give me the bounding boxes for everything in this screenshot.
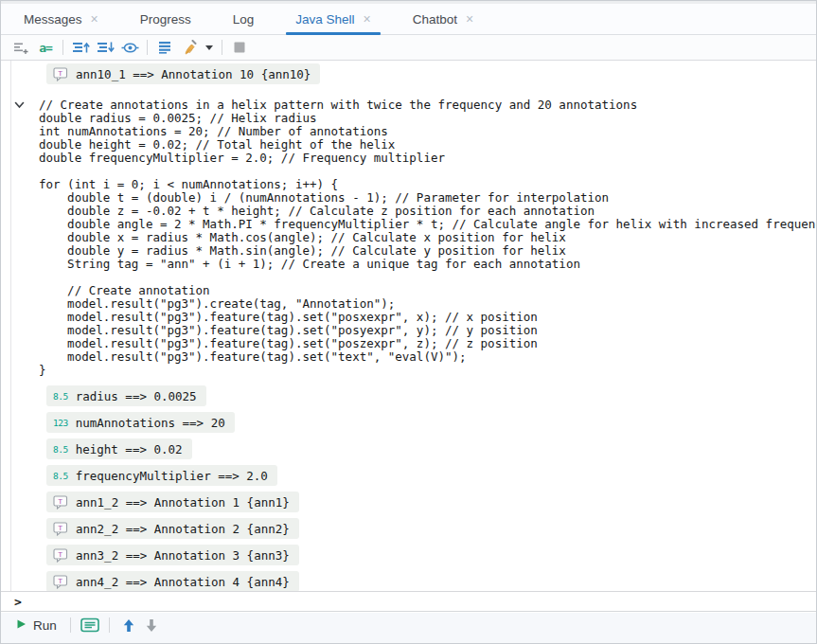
tab-log[interactable]: Log: [222, 4, 266, 34]
result-text: radius ==> 0.0025: [76, 389, 197, 403]
result-text: ann1_2 ==> Annotation 1 {ann1}: [76, 495, 290, 510]
result-chip: Tann1_2 ==> Annotation 1 {ann1}: [46, 492, 299, 512]
footer-separator: [70, 617, 71, 633]
double-type-icon: 8.5: [53, 444, 68, 455]
run-button-label: Run: [33, 618, 57, 633]
annotation-icon: T: [53, 67, 68, 81]
code-line: // Create annotation: [39, 284, 816, 297]
move-up-list-icon[interactable]: [70, 38, 91, 57]
chevron-down-icon[interactable]: [14, 100, 26, 110]
result-text: ann3_2 ==> Annotation 3 {ann3}: [76, 548, 290, 563]
annotation-icon: T: [53, 575, 68, 589]
svg-text:T: T: [58, 496, 62, 505]
tab-label: Progress: [140, 12, 191, 27]
shell-input-row[interactable]: >: [1, 591, 816, 612]
tab-chatbot[interactable]: Chatbot×: [401, 4, 485, 34]
result-row: 123numAnnotations ==> 20: [1, 412, 816, 438]
result-chip: 8.5frequencyMultiplier ==> 2.0: [46, 465, 277, 486]
move-down-list-icon[interactable]: [95, 38, 115, 57]
annotation-icon: T: [53, 495, 68, 510]
clear-broom-icon[interactable]: [179, 38, 200, 57]
svg-text:T: T: [58, 523, 62, 531]
insert-output-icon[interactable]: [10, 38, 31, 57]
result-text: frequencyMultiplier ==> 2.0: [76, 469, 268, 483]
dropdown-arrow-icon[interactable]: [204, 38, 215, 57]
select-lines-icon[interactable]: [154, 38, 175, 57]
code-line: model.result("pg3").feature(tag).set("po…: [39, 311, 816, 324]
code-line: model.result("pg3").feature(tag).set("po…: [39, 324, 816, 337]
result-chip: Tann10_1 ==> Annotation 10 {ann10}: [46, 63, 320, 84]
close-icon[interactable]: ×: [364, 12, 371, 26]
run-bar: Run: [1, 613, 816, 643]
code-line: model.result("pg3").feature(tag).set("te…: [39, 350, 816, 364]
result-row: Tann10_1 ==> Annotation 10 {ann10}: [1, 63, 816, 90]
result-text: ann4_2 ==> Annotation 4 {ann4}: [76, 575, 290, 589]
result-text: height ==> 0.02: [76, 442, 183, 456]
result-row: 8.5height ==> 0.02: [1, 438, 816, 465]
tab-progress[interactable]: Progress: [129, 4, 203, 34]
result-row: 8.5radius ==> 0.0025: [1, 385, 816, 412]
tab-java-shell[interactable]: Java Shell×: [284, 4, 382, 34]
toolbar-group: [229, 38, 254, 57]
svg-text:T: T: [58, 549, 62, 558]
tab-messages[interactable]: Messages×: [12, 4, 110, 34]
result-chip: Tann2_2 ==> Annotation 2 {ann2}: [46, 518, 299, 539]
shell-toolbar: a=: [1, 35, 816, 61]
assign-variables-icon[interactable]: a=: [35, 38, 56, 57]
run-play-icon: [16, 617, 27, 634]
result-row: Tann2_2 ==> Annotation 2 {ann2}: [1, 518, 816, 545]
shell-input[interactable]: [29, 592, 816, 611]
double-type-icon: 8.5: [53, 471, 68, 481]
code-line: int numAnnotations = 20; // Number of an…: [39, 125, 816, 138]
code-line: double t = (double) i / (numAnnotations …: [39, 191, 816, 205]
console-output: Tann10_1 ==> Annotation 10 {ann10}// Cre…: [1, 61, 816, 591]
code-line: model.result("pg3").create(tag, "Annotat…: [39, 297, 816, 311]
code-line: double height = 0.02; // Total height of…: [39, 138, 816, 152]
result-chip: Tann3_2 ==> Annotation 3 {ann3}: [46, 545, 299, 565]
svg-text:T: T: [58, 68, 62, 77]
toolbar-group: [154, 38, 219, 57]
result-chip: 8.5height ==> 0.02: [46, 438, 192, 459]
tab-label: Messages: [24, 12, 82, 27]
code-line: }: [39, 364, 816, 377]
code-line: double angle = 2 * Math.PI * frequencyMu…: [39, 218, 816, 231]
tab-label: Log: [233, 12, 255, 27]
toolbar-group: a=: [10, 38, 60, 57]
result-row: Tann4_2 ==> Annotation 4 {ann4}: [1, 571, 816, 591]
code-line: String tag = "ann" + (i + 1); // Create …: [39, 258, 816, 271]
close-icon[interactable]: ×: [91, 12, 98, 26]
result-row: 8.5frequencyMultiplier ==> 2.0: [1, 465, 816, 492]
code-line: double x = radius * Math.cos(angle); // …: [39, 231, 816, 244]
result-chip: Tann4_2 ==> Annotation 4 {ann4}: [46, 571, 299, 591]
code-line: [39, 165, 816, 178]
code-line: double y = radius * Math.sin(angle); // …: [39, 244, 816, 258]
tab-bar: Messages×ProgressLogJava Shell×Chatbot×: [1, 4, 816, 35]
code-line: for (int i = 0; i < numAnnotations; i++)…: [39, 178, 816, 191]
java-shell-window: Messages×ProgressLogJava Shell×Chatbot× …: [0, 0, 817, 644]
history-up-icon[interactable]: [117, 616, 140, 635]
code-line: double frequencyMultiplier = 2.0; // Fre…: [39, 152, 816, 165]
tab-label: Java Shell: [295, 12, 354, 27]
history-down-icon[interactable]: [140, 616, 163, 635]
show-eye-icon[interactable]: [119, 38, 140, 57]
tab-label: Chatbot: [413, 12, 457, 27]
code-line: // Create annotations in a helix pattern…: [39, 98, 816, 112]
shell-prompt: >: [14, 595, 22, 609]
show-input-icon[interactable]: [79, 616, 101, 635]
result-text: numAnnotations ==> 20: [76, 416, 225, 430]
annotation-icon: T: [53, 522, 68, 536]
toolbar-group: [70, 38, 144, 57]
code-line: double z = -0.02 + t * height; // Calcul…: [39, 205, 816, 218]
close-icon[interactable]: ×: [466, 12, 473, 26]
toolbar-separator: [147, 40, 148, 55]
toolbar-separator: [222, 40, 222, 55]
code-line: model.result("pg3").feature(tag).set("po…: [39, 337, 816, 350]
run-button[interactable]: Run: [10, 615, 62, 635]
result-row: Tann1_2 ==> Annotation 1 {ann1}: [1, 492, 816, 518]
code-line: double radius = 0.0025; // Helix radius: [39, 112, 816, 125]
int-type-icon: 123: [53, 418, 68, 428]
code-block: // Create annotations in a helix pattern…: [39, 98, 816, 377]
code-line: [39, 271, 816, 284]
toolbar-separator: [62, 40, 63, 55]
stop-icon[interactable]: [229, 38, 250, 57]
